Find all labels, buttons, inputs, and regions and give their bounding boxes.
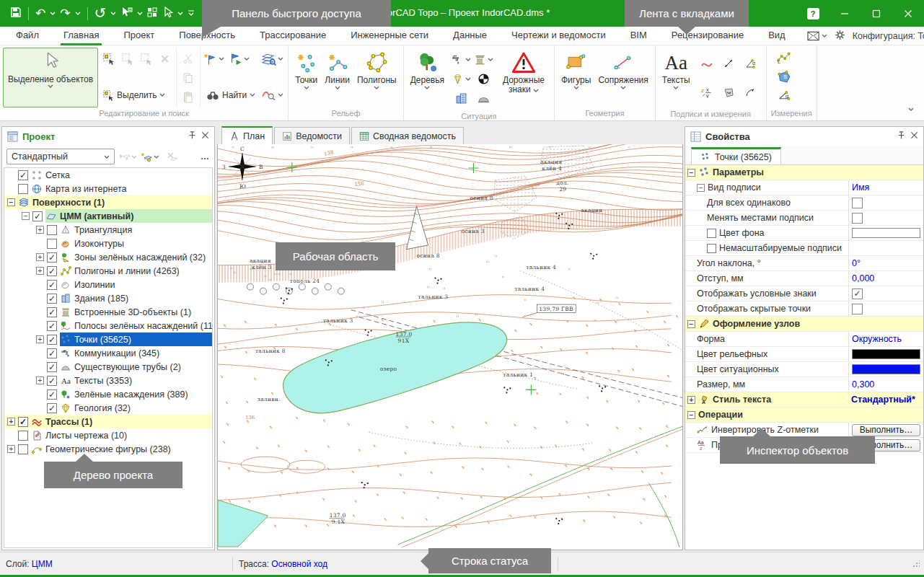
tree-expander[interactable]: + (36, 226, 44, 234)
dimension-icon[interactable] (720, 56, 737, 72)
prop-color-swatch[interactable] (852, 349, 920, 359)
measure-area-icon[interactable]: S (775, 68, 793, 84)
flag-new-button[interactable] (203, 50, 224, 67)
tree-checkbox[interactable]: ✓ (47, 307, 57, 317)
menu-tab-6[interactable]: Инженерные сети (348, 27, 431, 45)
tree-checkbox[interactable]: ✓ (32, 211, 43, 221)
measure-length-icon[interactable]: L (775, 49, 793, 66)
tree-expander[interactable]: + (36, 253, 44, 261)
tree-checkbox[interactable]: ✓ (47, 280, 57, 290)
tree-checkbox[interactable]: ✓ (47, 403, 57, 413)
tree-item-10[interactable]: ✓Здания (185) (4, 291, 212, 305)
menu-tab-8[interactable]: Чертежи и ведомости (509, 27, 609, 45)
new-preset-icon[interactable] (141, 149, 159, 164)
property-row-18[interactable]: Инвертировать Z-отметкиВыполнить… (685, 423, 923, 438)
tree-expander[interactable]: − (22, 212, 30, 220)
prop-expander[interactable]: − (687, 320, 695, 328)
tree-expander[interactable]: + (36, 267, 44, 275)
select-objects-button[interactable]: Выделение объектов (3, 48, 98, 107)
menu-tab-3[interactable]: Проект (120, 27, 157, 45)
prop-checkbox[interactable] (852, 198, 863, 208)
property-row-14[interactable]: Цвет ситуационных (685, 362, 923, 377)
survey-point-button[interactable] (474, 71, 493, 87)
tree-item-8[interactable]: +✓Полигоны и линии (4263) (4, 264, 212, 278)
cursor-menu-icon[interactable] (120, 6, 133, 20)
road-signs-button[interactable]: Дорожные знаки (496, 48, 551, 110)
prop-value[interactable]: 0,300 (852, 379, 874, 389)
tree-expander[interactable]: + (36, 376, 44, 384)
tree-expander[interactable]: + (7, 445, 15, 453)
property-row-15[interactable]: Размер, мм0,300 (685, 377, 923, 392)
prop-label-checkbox[interactable] (707, 244, 716, 253)
tree-checkbox[interactable] (47, 225, 57, 235)
prop-value[interactable]: Окружность (852, 334, 902, 344)
paste-icon[interactable] (180, 89, 197, 105)
doc-tab-2[interactable]: Ведомости (274, 127, 350, 144)
tree-item-17[interactable]: ✓Зелёные насаждения (389) (4, 387, 212, 401)
find-button[interactable]: Найти (203, 87, 258, 103)
tree-checkbox[interactable] (18, 184, 28, 194)
points-button[interactable]: Точки (291, 48, 321, 107)
property-row-12[interactable]: ФормаОкружность (685, 332, 923, 347)
faucet-button[interactable] (451, 51, 471, 68)
resize-grip[interactable] (912, 560, 920, 568)
redo-dropdown-icon[interactable] (75, 12, 81, 15)
tree-item-1[interactable]: ✓Сетка (4, 168, 212, 182)
tree-checkbox[interactable]: ✓ (47, 389, 57, 400)
trees-button[interactable]: Деревья (407, 48, 448, 110)
tree-checkbox[interactable]: ✓ (18, 170, 28, 180)
prop-label-checkbox[interactable] (707, 229, 716, 238)
prop-color-swatch[interactable] (852, 364, 920, 374)
tree-item-18[interactable]: ✓Геология (32) (4, 401, 212, 415)
grid-select-icon[interactable] (147, 7, 158, 20)
maximize-button[interactable] (861, 0, 892, 27)
copy-icon[interactable] (180, 69, 197, 86)
repeat-icon[interactable]: ↺ (94, 7, 107, 19)
tree-checkbox[interactable]: ✓ (47, 335, 57, 345)
texts-button[interactable]: Aa Тексты (659, 48, 694, 108)
area-label-icon[interactable] (720, 84, 737, 101)
select-rect-icon[interactable] (100, 50, 117, 67)
properties-tab-points[interactable]: Точки (35625) (691, 147, 781, 164)
map-canvas[interactable]: СЮЗВ138156132136акацияклён 4осина 8дол.2… (218, 144, 682, 550)
help-button[interactable]: ? (797, 0, 829, 27)
dome-pipe-button[interactable] (474, 90, 493, 107)
configuration-selector[interactable]: Конфигурация: Topo (853, 31, 924, 41)
status-layer[interactable]: Слой: ЦММ (0, 552, 232, 575)
layers-search-button[interactable] (261, 50, 283, 67)
settings-gear-icon[interactable] (835, 30, 845, 43)
select-add-icon[interactable] (118, 50, 136, 67)
cut-icon[interactable] (180, 50, 197, 66)
tree-checkbox[interactable] (18, 431, 28, 441)
tree-item-20[interactable]: Листы чертежа (10) (4, 428, 212, 442)
undo-dropdown-icon[interactable] (50, 12, 56, 15)
menu-tab-9[interactable]: BIM (628, 27, 650, 45)
tree-checkbox[interactable]: ✓ (47, 348, 57, 358)
tree-checkbox[interactable]: ✓ (18, 417, 28, 427)
pointer-dropdown-icon[interactable] (177, 12, 183, 15)
prop-checkbox[interactable] (852, 304, 863, 314)
tree-item-5[interactable]: +Триангуляция (4, 223, 212, 237)
close-button[interactable] (892, 0, 924, 27)
prop-expander[interactable]: − (697, 184, 705, 192)
tree-item-19[interactable]: +✓Трассы (1) (4, 415, 212, 428)
tree-expander[interactable]: + (36, 335, 44, 343)
property-row-3[interactable]: Для всех одинаково (685, 195, 923, 211)
conjugations-button[interactable]: Сопряжения (594, 48, 651, 107)
property-row-10[interactable]: Отображать скрытые точки (685, 301, 923, 317)
doc-tab-1[interactable]: План (221, 126, 273, 144)
curve-search-button[interactable] (261, 87, 283, 103)
menu-tab-5[interactable]: Трассирование (257, 27, 329, 45)
menu-tab-7[interactable]: Данные (450, 27, 490, 45)
property-row-13[interactable]: Цвет рельефных (685, 347, 923, 362)
map-viewport[interactable]: СЮЗВ138156132136акацияклён 4осина 8дол.2… (217, 144, 683, 550)
apply-preset-icon[interactable] (118, 149, 137, 164)
tree-item-16[interactable]: +✓AaТексты (3353) (4, 374, 212, 387)
tree-checkbox[interactable]: ✓ (47, 252, 57, 263)
tree-expander[interactable]: − (7, 198, 15, 206)
execute-button[interactable]: Выполнить… (852, 424, 920, 436)
property-row-1[interactable]: −Параметры (685, 165, 923, 180)
tree-toolbar-overflow[interactable]: … (201, 151, 210, 162)
minimize-button[interactable] (829, 0, 861, 27)
property-row-17[interactable]: −Операции (685, 408, 923, 423)
